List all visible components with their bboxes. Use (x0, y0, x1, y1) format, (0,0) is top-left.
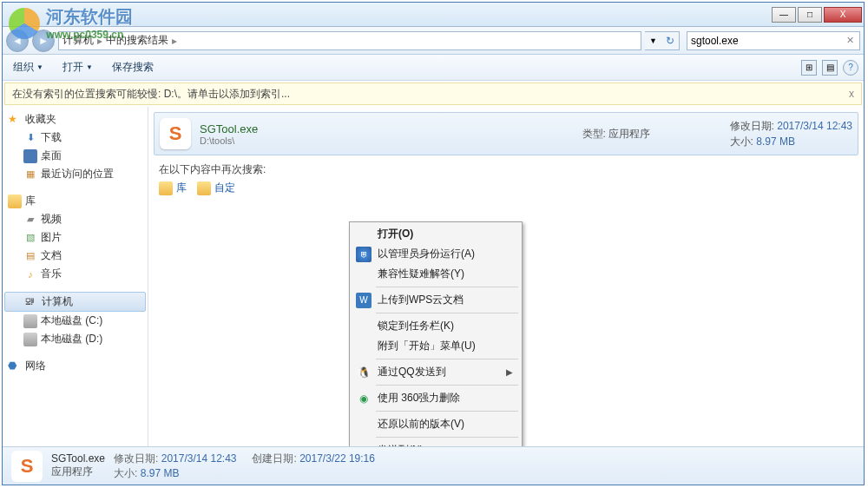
status-size-value: 8.97 MB (141, 467, 180, 479)
menu-open[interactable]: 打开(O) (352, 224, 520, 244)
search-box[interactable]: ✕ (687, 31, 860, 50)
menu-separator (376, 313, 518, 313)
library-icon (159, 181, 173, 195)
size-value: 8.97 MB (756, 135, 795, 148)
status-create-value: 2017/3/22 19:16 (299, 452, 375, 465)
360-icon: ◉ (356, 391, 372, 406)
refresh-area: ▼ ↻ (645, 31, 680, 50)
watermark-url: www.pc0359.cn (46, 29, 133, 41)
type-value: 应用程序 (608, 128, 650, 140)
sidebar-libraries-header[interactable]: 库 (3, 192, 148, 210)
music-icon: ♪ (23, 267, 37, 281)
status-size-label: 大小: (114, 467, 137, 479)
wps-icon: W (356, 293, 372, 308)
sidebar-item-drive-c[interactable]: 本地磁盘 (C:) (3, 312, 148, 330)
sidebar: ★收藏夹 ⬇下载 桌面 ▦最近访问的位置 库 ▰视频 ▧图片 ▤文档 ♪音乐 🖳… (3, 107, 148, 446)
main-panel: S SGTool.exe D:\tools\ 类型: 应用程序 修改日期: 20… (148, 107, 864, 446)
drive-icon (23, 333, 37, 346)
shield-icon: ⛨ (356, 247, 372, 262)
search-again-label: 在以下内容中再次搜索: (159, 162, 853, 177)
size-label: 大小: (730, 135, 753, 148)
save-search-button[interactable]: 保存搜索 (107, 57, 159, 77)
desktop-icon (23, 149, 37, 163)
menu-send-to[interactable]: 发送到(N)▶ (352, 440, 520, 446)
status-bar: S SGTool.exe 应用程序 修改日期: 2017/3/14 12:43 … (3, 446, 864, 485)
status-app-icon: S (11, 451, 43, 482)
network-icon: ⬣ (8, 359, 22, 373)
status-filetype: 应用程序 (51, 465, 105, 479)
menu-pin-start[interactable]: 附到「开始」菜单(U) (352, 336, 520, 356)
chevron-right-icon: ▶ (506, 445, 513, 446)
status-mod-value: 2017/3/14 12:43 (161, 452, 237, 465)
minimize-button[interactable]: — (772, 7, 796, 23)
menu-qq-send[interactable]: 🐧通过QQ发送到▶ (352, 362, 520, 382)
result-filename: SGTool.exe (200, 122, 574, 135)
sidebar-item-recent[interactable]: ▦最近访问的位置 (3, 165, 148, 183)
sidebar-item-video[interactable]: ▰视频 (3, 210, 148, 228)
context-menu: 打开(O) ⛨以管理员身份运行(A) 兼容性疑难解答(Y) W上传到WPS云文档… (349, 221, 523, 446)
close-button[interactable]: X (824, 7, 862, 23)
info-bar[interactable]: 在没有索引的位置搜索可能较慢: D:\。请单击以添加到索引... x (4, 82, 862, 105)
app-icon: S (160, 118, 191, 149)
search-again-section: 在以下内容中再次搜索: 库 自定 (159, 162, 853, 195)
video-icon: ▰ (23, 213, 37, 227)
close-infobar-icon[interactable]: x (849, 88, 854, 100)
document-icon: ▤ (23, 249, 37, 263)
chevron-right-icon: ▶ (506, 367, 513, 377)
content-area: ★收藏夹 ⬇下载 桌面 ▦最近访问的位置 库 ▰视频 ▧图片 ▤文档 ♪音乐 🖳… (3, 107, 864, 446)
view-mode1-icon[interactable]: ⊞ (801, 60, 817, 76)
search-again-libraries[interactable]: 库 (159, 181, 187, 195)
chevron-down-icon: ▼ (86, 63, 93, 71)
sidebar-item-drive-d[interactable]: 本地磁盘 (D:) (3, 330, 148, 348)
computer-icon: 🖳 (24, 295, 38, 309)
help-icon[interactable]: ? (843, 60, 858, 76)
sidebar-item-documents[interactable]: ▤文档 (3, 247, 148, 265)
menu-separator (376, 385, 518, 386)
view-mode2-icon[interactable]: ▤ (822, 60, 838, 76)
sidebar-network-header[interactable]: ⬣网络 (3, 357, 148, 375)
download-icon: ⬇ (23, 131, 37, 145)
dropdown-icon[interactable]: ▼ (649, 36, 657, 45)
search-again-custom[interactable]: 自定 (197, 181, 235, 195)
watermark-logo (9, 8, 40, 39)
menu-separator (376, 287, 518, 287)
address-bar[interactable]: 计算机 ▸ 中的搜索结果 ▸ (58, 31, 641, 50)
clear-search-icon[interactable]: ✕ (845, 35, 856, 46)
menu-restore-version[interactable]: 还原以前的版本(V) (352, 414, 520, 434)
sidebar-item-pictures[interactable]: ▧图片 (3, 228, 148, 247)
menu-pin-taskbar[interactable]: 锁定到任务栏(K) (352, 316, 520, 336)
open-button[interactable]: 打开▼ (57, 57, 98, 77)
info-message: 在没有索引的位置搜索可能较慢: D:\。请单击以添加到索引... (12, 87, 290, 102)
menu-separator (376, 359, 518, 359)
sidebar-computer-header[interactable]: 🖳计算机 (4, 292, 146, 312)
menu-upload-wps[interactable]: W上传到WPS云文档 (352, 290, 520, 310)
sidebar-item-downloads[interactable]: ⬇下载 (3, 129, 148, 147)
recent-icon: ▦ (23, 168, 37, 181)
qq-icon: 🐧 (356, 365, 372, 380)
search-input[interactable] (691, 35, 845, 47)
refresh-icon[interactable]: ↻ (666, 35, 674, 47)
picture-icon: ▧ (23, 231, 37, 245)
type-label: 类型: (582, 128, 606, 140)
menu-360-delete[interactable]: ◉使用 360强力删除 (352, 388, 520, 408)
date-label: 修改日期: (730, 120, 774, 132)
menu-run-as-admin[interactable]: ⛨以管理员身份运行(A) (352, 244, 520, 264)
sidebar-item-music[interactable]: ♪音乐 (3, 265, 148, 283)
sidebar-favorites-header[interactable]: ★收藏夹 (3, 110, 148, 129)
sidebar-item-desktop[interactable]: 桌面 (3, 147, 148, 165)
date-value: 2017/3/14 12:43 (777, 120, 852, 132)
star-icon: ★ (8, 113, 22, 127)
watermark-cn: 河东软件园 (46, 5, 133, 29)
status-create-label: 创建日期: (252, 452, 296, 465)
menu-compat-troubleshoot[interactable]: 兼容性疑难解答(Y) (352, 264, 520, 284)
organize-button[interactable]: 组织▼ (8, 57, 49, 77)
menu-separator (376, 437, 518, 438)
maximize-button[interactable]: □ (798, 7, 822, 23)
folder-icon (197, 181, 211, 195)
drive-icon (23, 314, 37, 328)
watermark: 河东软件园 www.pc0359.cn (9, 5, 133, 41)
status-mod-label: 修改日期: (114, 452, 158, 465)
toolbar: 组织▼ 打开▼ 保存搜索 ⊞ ▤ ? (3, 55, 864, 81)
search-result-item[interactable]: S SGTool.exe D:\tools\ 类型: 应用程序 修改日期: 20… (154, 112, 858, 155)
library-icon (8, 195, 22, 208)
